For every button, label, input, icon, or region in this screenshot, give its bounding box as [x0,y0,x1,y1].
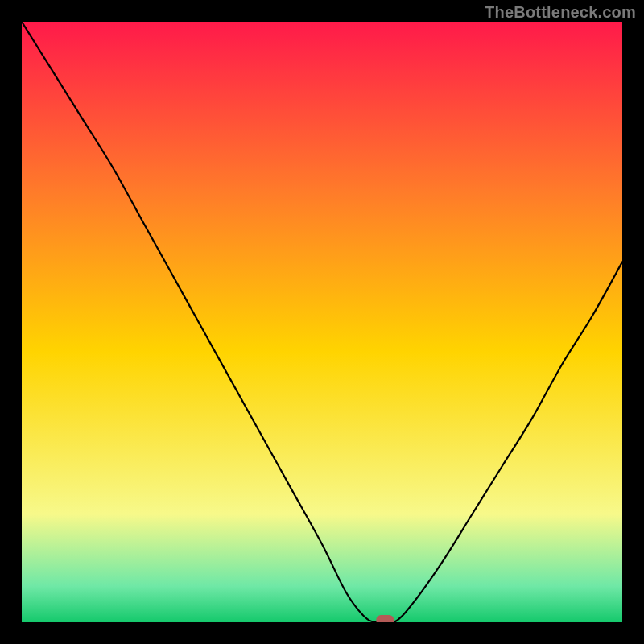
chart-frame: TheBottleneck.com [0,0,644,644]
gradient-background [22,22,622,622]
attribution-label: TheBottleneck.com [485,3,636,22]
chart-svg [22,22,622,622]
plot-area [22,22,622,622]
minimum-marker [376,615,394,622]
